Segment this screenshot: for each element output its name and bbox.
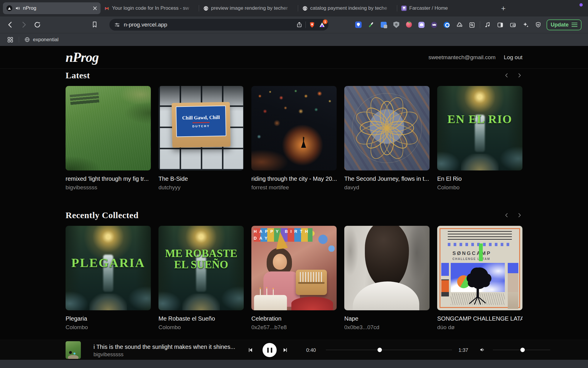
update-label: Update — [551, 22, 569, 28]
album-card[interactable]: ME ROBASTE EL SUEÑO Me Robaste el Sueño … — [158, 226, 244, 331]
album-artist[interactable]: Colombo — [437, 184, 522, 191]
album-title[interactable]: Me Robaste el Sueño — [158, 315, 244, 322]
previous-track-icon[interactable] — [247, 347, 253, 353]
color-picker-icon[interactable] — [368, 21, 375, 28]
album-title[interactable]: Nape — [344, 315, 430, 322]
album-artist[interactable]: forrest mortifee — [251, 184, 337, 191]
carousel-arrows — [504, 72, 522, 78]
new-tab-button[interactable]: + — [498, 3, 508, 13]
art-tissue — [291, 297, 333, 310]
brave-shields-icon[interactable] — [309, 21, 315, 28]
album-art-songcamp[interactable]: SØNGCAMP CHALLENGE LATAM — [437, 226, 522, 310]
wallet-icon[interactable] — [510, 21, 517, 28]
site-settings-icon[interactable] — [114, 22, 120, 28]
album-title[interactable]: The B-Side — [158, 175, 244, 182]
next-track-icon[interactable] — [282, 347, 289, 353]
strawberry-extension-icon[interactable] — [405, 21, 412, 28]
album-artist[interactable]: davyd — [344, 184, 430, 191]
apps-grid-icon[interactable] — [7, 37, 14, 43]
album-card[interactable]: HAPPY BIRTHDAY Celebration 0x2e57...b7e8 — [251, 226, 337, 331]
logout-link[interactable]: Log out — [504, 54, 522, 61]
album-card[interactable]: SØNGCAMP CHALLENGE LATAM — [437, 226, 522, 331]
carousel-prev-icon[interactable] — [504, 72, 510, 78]
album-card[interactable]: Chill Gawd, Chill DUTCHY The B-Side dutc… — [158, 86, 244, 191]
album-art-en-el-rio[interactable]: EN EL RIO — [437, 86, 522, 170]
bookmark-exponential[interactable]: exponential — [33, 37, 59, 43]
progress-slider[interactable] — [326, 349, 452, 350]
album-card[interactable]: riding through the city - May 20... forr… — [251, 86, 337, 191]
forward-button[interactable] — [20, 21, 28, 29]
leo-ai-icon[interactable] — [522, 21, 529, 28]
volume-thumb[interactable] — [520, 348, 525, 352]
crown-wallet-icon[interactable] — [431, 21, 438, 28]
tab-gmail[interactable]: Your login code for In Process - sw — [101, 2, 198, 14]
album-artist[interactable]: 0x0be3...07cd — [344, 324, 430, 331]
album-artist[interactable]: dúo dø — [437, 324, 522, 331]
address-bar[interactable]: n-prog.vercel.app 1 — [109, 19, 328, 31]
album-title[interactable]: SONGCAMP CHALLENGE LATA... — [437, 315, 522, 322]
album-card[interactable]: EN EL RIO En El Rio Colombo — [437, 86, 522, 191]
album-card[interactable]: PLEGARIA Plegaria Colombo — [66, 226, 151, 331]
translate-icon[interactable] — [380, 21, 387, 28]
brave-rewards-icon[interactable]: 1 — [318, 21, 325, 28]
album-art-mandala[interactable] — [344, 86, 430, 170]
now-playing-thumbnail[interactable] — [66, 341, 81, 359]
tab-nprog[interactable]: nProg — [3, 2, 101, 14]
album-art-garden[interactable] — [66, 86, 151, 170]
album-art-plegaria[interactable]: PLEGARIA — [66, 226, 151, 310]
volume-icon[interactable] — [479, 347, 486, 353]
tab-github-catalog[interactable]: catalog payment indexing by teche — [299, 2, 396, 14]
reload-button[interactable] — [34, 21, 41, 29]
album-title[interactable]: En El Rio — [437, 175, 522, 182]
music-note-icon[interactable] — [484, 21, 491, 28]
album-art-nape[interactable] — [344, 226, 430, 310]
album-artist[interactable]: Colombo — [66, 324, 151, 331]
back-button[interactable] — [6, 21, 14, 29]
album-artist[interactable]: Colombo — [158, 324, 244, 331]
album-artist[interactable]: 0x2e57...b7e8 — [251, 324, 337, 331]
screenshot-search-icon[interactable] — [469, 21, 476, 28]
tab-title-fade — [183, 2, 198, 14]
sidebar-icon[interactable] — [497, 21, 504, 28]
share-icon[interactable] — [296, 21, 303, 28]
carousel-prev-icon[interactable] — [504, 212, 510, 218]
carousel-next-icon[interactable] — [517, 72, 522, 78]
bookmark-icon[interactable] — [91, 21, 99, 29]
album-card[interactable]: remixed 'light through my fig tr... bigv… — [66, 86, 151, 191]
album-title[interactable]: Celebration — [251, 315, 337, 322]
tab-farcaster[interactable]: Farcaster / Home — [398, 2, 495, 14]
blue-ring-extension-icon[interactable] — [443, 21, 450, 28]
privacy-shield-icon[interactable] — [393, 21, 400, 28]
now-playing-title[interactable]: i This is the sound the sunlight makes w… — [93, 343, 246, 350]
phantom-wallet-icon[interactable] — [418, 21, 425, 28]
progress-thumb[interactable] — [377, 348, 382, 352]
site-logo[interactable]: nProg — [66, 49, 99, 65]
profile-indicator-dot[interactable] — [579, 3, 583, 6]
extensions-puzzle-icon[interactable] — [456, 21, 463, 28]
volume-slider[interactable] — [493, 349, 550, 350]
album-artist[interactable]: bigvibesssss — [66, 184, 151, 191]
carousel-next-icon[interactable] — [517, 212, 522, 218]
tab-audio-icon[interactable] — [15, 6, 20, 11]
close-tab-icon[interactable] — [93, 6, 97, 10]
album-title[interactable]: riding through the city - May 20... — [251, 175, 337, 182]
vpn-shield-icon[interactable] — [535, 21, 542, 28]
album-art-me-robaste[interactable]: ME ROBASTE EL SUEÑO — [158, 226, 244, 310]
pause-button[interactable] — [263, 343, 277, 357]
update-button[interactable]: Update — [547, 19, 582, 30]
album-title[interactable]: Plegaria — [66, 315, 151, 322]
album-card[interactable]: Nape 0x0be3...07cd — [344, 226, 430, 331]
album-art-birthday[interactable]: HAPPY BIRTHDAY — [251, 226, 337, 310]
password-manager-icon[interactable] — [355, 21, 362, 28]
album-art-city-night[interactable] — [251, 86, 337, 170]
album-art-cigar-box[interactable]: Chill Gawd, Chill DUTCHY — [158, 86, 244, 170]
section-title: Recently Collected — [66, 210, 138, 220]
album-title[interactable]: The Second Journey, flows in t... — [344, 175, 430, 182]
now-playing-artist[interactable]: bigvibesssss — [93, 352, 246, 357]
page-content: nProg sweetmantech@gmail.com Log out Lat… — [0, 46, 588, 360]
album-title[interactable]: remixed 'light through my fig tr... — [66, 175, 151, 182]
url-text[interactable]: n-prog.vercel.app — [124, 21, 296, 28]
album-artist[interactable]: dutchyyy — [158, 184, 244, 191]
album-card[interactable]: The Second Journey, flows in t... davyd — [344, 86, 430, 191]
tab-github-preview[interactable]: preview image rendering by techer — [200, 2, 297, 14]
